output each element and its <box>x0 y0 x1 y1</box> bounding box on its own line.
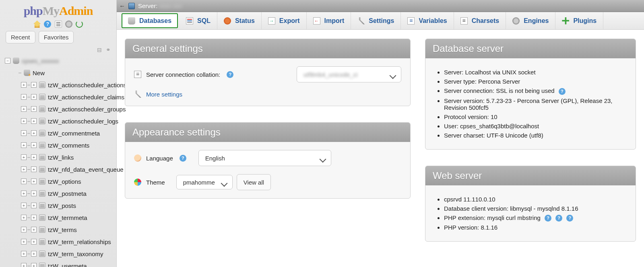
reload-icon[interactable] <box>76 21 83 28</box>
tree-table-row[interactable]: ++tzW_options <box>8 175 116 187</box>
plus-icon[interactable]: + <box>21 239 27 244</box>
plus-icon[interactable]: + <box>21 94 27 100</box>
table-name: tzW_terms <box>48 226 77 233</box>
plus-icon[interactable]: + <box>21 203 27 208</box>
theme-select[interactable]: pmahomme <box>176 175 233 189</box>
back-arrow-icon[interactable]: ← <box>119 2 125 9</box>
link-icon[interactable]: ⚭ <box>106 47 111 53</box>
home-icon[interactable] <box>33 21 41 28</box>
tree-table-row[interactable]: ++tzW_comments <box>8 139 116 151</box>
tab-import[interactable]: Import <box>307 12 351 29</box>
help-icon[interactable] <box>180 155 186 162</box>
theme-label: Theme <box>146 179 165 186</box>
tree-table-row[interactable]: ++tzW_term_relationships <box>8 236 116 248</box>
tree-table-row[interactable]: ++tzW_postmeta <box>8 187 116 199</box>
plus-icon[interactable]: + <box>21 118 27 124</box>
tab-label: Settings <box>369 17 394 25</box>
plus-icon[interactable]: + <box>21 82 27 88</box>
phpmyadmin-logo[interactable]: phpMyAdmin <box>0 0 116 18</box>
plus-icon[interactable]: + <box>31 203 37 208</box>
tab-variables[interactable]: Variables <box>401 12 454 29</box>
logo-php: php <box>24 4 43 17</box>
plus-icon[interactable]: + <box>31 179 37 184</box>
plus-icon[interactable]: + <box>31 166 37 172</box>
plugins-icon <box>562 17 569 25</box>
list-item: Server version: 5.7.23-23 - Percona Serv… <box>444 97 627 111</box>
tab-label: Import <box>324 17 345 25</box>
plus-icon[interactable]: + <box>31 263 37 267</box>
plus-icon[interactable]: + <box>31 227 37 232</box>
docs-icon[interactable] <box>55 21 62 28</box>
tree-root-database[interactable]: − cpses_xxxxxx <box>5 55 116 67</box>
plus-icon[interactable]: + <box>21 215 27 220</box>
plus-icon[interactable]: + <box>21 130 27 136</box>
plus-icon[interactable]: + <box>21 154 27 160</box>
tree-new-table[interactable]: New <box>8 67 116 79</box>
tab-export[interactable]: Export <box>262 12 307 29</box>
language-label: Language <box>146 155 173 162</box>
plus-icon[interactable]: + <box>21 227 27 232</box>
collapse-all-icon[interactable]: ⊟ <box>97 47 102 53</box>
help-icon[interactable] <box>555 215 562 222</box>
tree-table-row[interactable]: ++tzW_actionscheduler_claims <box>8 91 116 103</box>
help-icon[interactable] <box>559 88 566 95</box>
tab-settings[interactable]: Settings <box>351 12 401 29</box>
table-icon <box>39 263 45 267</box>
help-icon[interactable] <box>545 215 551 222</box>
chevron-down-icon <box>221 180 227 187</box>
breadcrumb-server-value[interactable]: xxxx.xxx <box>159 2 182 9</box>
plus-icon[interactable]: + <box>31 239 37 244</box>
tree-table-row[interactable]: ++tzW_actionscheduler_groups <box>8 103 116 115</box>
plus-icon[interactable]: + <box>31 118 37 124</box>
plus-icon[interactable]: + <box>21 251 27 257</box>
plus-icon[interactable]: + <box>31 130 37 136</box>
tree-table-row[interactable]: ++tzW_actionscheduler_logs <box>8 115 116 127</box>
plus-icon[interactable]: + <box>21 263 27 267</box>
recent-tab[interactable]: Recent <box>6 31 35 43</box>
tab-engines[interactable]: Engines <box>506 12 555 29</box>
plus-icon[interactable]: + <box>31 191 37 196</box>
tree-table-row[interactable]: ++tzW_commentmeta <box>8 127 116 139</box>
tab-status[interactable]: Status <box>217 12 262 29</box>
charsets-icon <box>460 17 468 25</box>
plus-icon[interactable]: + <box>31 94 37 100</box>
help-icon[interactable] <box>227 71 233 78</box>
table-icon <box>39 166 45 173</box>
plus-icon[interactable]: + <box>31 154 37 160</box>
tree-table-row[interactable]: ++tzW_terms <box>8 224 116 236</box>
wrench-icon <box>134 90 141 98</box>
tab-charsets[interactable]: Charsets <box>454 12 506 29</box>
plus-icon[interactable]: + <box>21 142 27 148</box>
plus-icon[interactable]: + <box>21 179 27 184</box>
language-select[interactable]: English <box>198 150 331 166</box>
collation-select[interactable]: utf8mb4_unicode_ci <box>297 66 401 82</box>
tree-table-row[interactable]: ++tzW_links <box>8 151 116 163</box>
plus-icon[interactable]: + <box>31 251 37 257</box>
plus-icon[interactable]: + <box>31 106 37 112</box>
plus-icon[interactable]: + <box>31 82 37 88</box>
plus-icon[interactable]: + <box>21 191 27 196</box>
more-settings-link[interactable]: More settings <box>146 91 182 98</box>
plus-icon[interactable]: + <box>31 142 37 148</box>
help-icon[interactable] <box>566 215 573 222</box>
tree-table-row[interactable]: ++tzW_nfd_data_event_queue <box>8 163 116 175</box>
help-icon[interactable] <box>44 21 51 28</box>
minus-icon[interactable]: − <box>5 58 10 64</box>
plus-icon[interactable]: + <box>21 166 27 172</box>
view-all-button[interactable]: View all <box>237 174 271 190</box>
tab-plugins[interactable]: Plugins <box>555 12 603 29</box>
tab-databases[interactable]: Databases <box>122 13 178 28</box>
plus-icon[interactable]: + <box>21 106 27 112</box>
favorites-tab[interactable]: Favorites <box>39 31 74 43</box>
table-name: tzW_comments <box>48 142 89 149</box>
nav-settings-icon[interactable] <box>65 21 72 28</box>
tree-table-row[interactable]: ++tzW_term_taxonomy <box>8 248 116 260</box>
tab-sql[interactable]: SQL <box>180 12 217 29</box>
table-name: tzW_nfd_data_event_queue <box>48 166 124 173</box>
tree-table-row[interactable]: ++tzW_termmeta <box>8 212 116 224</box>
tree-table-row[interactable]: ++tzW_actionscheduler_actions <box>8 79 116 91</box>
tree-table-row[interactable]: ++tzW_posts <box>8 199 116 212</box>
tree-table-row[interactable]: ++tzW_usermeta <box>8 260 116 267</box>
plus-icon[interactable]: + <box>31 215 37 220</box>
recent-favorites-tabs: Recent Favorites <box>0 31 116 46</box>
